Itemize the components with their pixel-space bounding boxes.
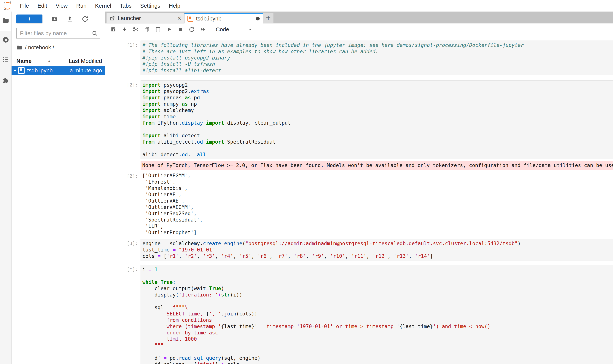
input-prompt: [2]: [105, 80, 140, 159]
code-line [142, 273, 613, 279]
menu-edit[interactable]: Edit [33, 3, 51, 9]
refresh-icon[interactable] [82, 16, 88, 22]
cell-type-dropdown[interactable]: Code [216, 26, 229, 33]
code-line: import time [142, 114, 613, 120]
code-line: cols = ['r1', 'r2', 'r3', 'r4', 'r5', 'r… [142, 253, 613, 259]
code-line: display('Iteration: '+str(i)) [142, 292, 613, 298]
open-file-dot-icon [14, 70, 16, 71]
code-line: #!pip install -U tsfresh [142, 61, 613, 67]
search-icon [92, 30, 98, 36]
filter-files-input[interactable] [16, 30, 92, 37]
column-header-modified[interactable]: Last Modified [65, 56, 105, 66]
jupyter-logo-icon [3, 1, 12, 10]
code-line: #!pip install psycopg2-binary [142, 55, 613, 61]
code-line [142, 349, 613, 355]
jupyterlab-app: File Edit View Run Kernel Tabs Settings … [0, 0, 613, 364]
notebook-tab-icon [188, 16, 193, 22]
file-list-header: Name ▲ Last Modified [12, 56, 105, 66]
notebook-toolbar: Code [105, 24, 613, 35]
launcher-icon [109, 15, 115, 21]
run-cell-icon[interactable] [166, 26, 172, 32]
cell-editor[interactable]: import psycopg2import psycopg2.extrasimp… [140, 80, 613, 159]
code-cell: [3]:engine = sqlalchemy.create_engine("p… [105, 239, 613, 261]
code-line: while True: [142, 279, 613, 285]
code-line: SELECT time, {', '.join(cols)} [142, 311, 613, 317]
code-line: from IPython.display import display, cle… [142, 120, 613, 126]
restart-and-run-all-icon[interactable] [200, 26, 206, 32]
input-prompt: [*]: [105, 265, 140, 364]
chevron-down-icon[interactable] [247, 26, 253, 32]
cell-editor[interactable]: # The following libraries have already b… [140, 40, 613, 75]
code-line: import sqlalchemy [142, 107, 613, 114]
code-line: df = pd.read_sql_query(sql, engine) [142, 355, 613, 361]
modified-column-label: Last Modified [69, 58, 102, 64]
file-browser-icon[interactable] [2, 17, 9, 24]
add-cell-icon[interactable] [122, 26, 127, 32]
new-tab-button[interactable]: + [263, 13, 273, 23]
code-line: sql = f"""\ [142, 304, 613, 311]
input-prompt: [1]: [105, 40, 140, 75]
code-line: # The following libraries have already b… [142, 42, 613, 48]
code-line: import alibi_detect [142, 132, 613, 139]
file-modified: a minute ago [70, 67, 102, 74]
column-header-name[interactable]: Name ▲ [12, 56, 65, 66]
code-line: order by time asc [142, 330, 613, 336]
code-line: limit 1000 [142, 336, 613, 342]
breadcrumb-path: / notebook / [25, 44, 54, 51]
menu-settings[interactable]: Settings [136, 3, 164, 9]
tab-launcher-label: Launcher [118, 15, 141, 21]
new-launcher-button[interactable]: + [16, 14, 42, 23]
cell-editor[interactable]: i = 1 while True: clear_output(wait=True… [140, 265, 613, 364]
cut-cells-icon[interactable] [133, 26, 139, 32]
copy-cells-icon[interactable] [144, 26, 150, 32]
sort-ascending-icon: ▲ [48, 59, 51, 63]
menu-file[interactable]: File [16, 3, 33, 9]
code-line: alibi_detect.od.__all__ [142, 151, 613, 158]
code-line: import numpy as np [142, 101, 613, 107]
code-line: import pandas as pd [142, 94, 613, 101]
tab-launcher[interactable]: Launcher × [106, 13, 184, 23]
notebook-file-icon [18, 67, 25, 74]
menu-run[interactable]: Run [72, 3, 91, 9]
breadcrumb[interactable]: / notebook / [16, 44, 105, 51]
stderr-output: None of PyTorch, TensorFlow >= 2.0, or F… [140, 161, 613, 170]
code-line: # These are just left in as examples to … [142, 48, 613, 55]
code-line: i = 1 [142, 266, 613, 273]
upload-icon[interactable] [67, 16, 73, 22]
code-line: clear_output(wait=True) [142, 285, 613, 292]
paste-cells-icon[interactable] [155, 26, 161, 32]
extension-manager-icon[interactable] [2, 77, 9, 84]
save-icon[interactable] [110, 26, 116, 32]
close-tab-icon[interactable]: × [177, 14, 181, 22]
filter-box [16, 28, 100, 39]
file-row-tsdb[interactable]: tsdb.ipynb a minute ago [12, 66, 105, 75]
home-folder-icon [16, 44, 22, 51]
interrupt-kernel-icon[interactable] [177, 26, 183, 32]
code-line: where (timestamp '{last_time}' = timesta… [142, 323, 613, 330]
code-line: """ [142, 342, 613, 349]
code-line: df.columns = ['time'] + cols [142, 361, 613, 364]
sidebar-icon-strip [0, 12, 12, 364]
table-of-contents-icon[interactable] [2, 56, 9, 63]
menu-tabs[interactable]: Tabs [115, 3, 136, 9]
menu-view[interactable]: View [51, 3, 72, 9]
menu-help[interactable]: Help [164, 3, 185, 9]
file-browser-toolbar: + [12, 12, 105, 25]
input-prompt: [3]: [105, 239, 140, 261]
code-cell: [*]:i = 1 while True: clear_output(wait=… [105, 265, 613, 364]
menu-kernel[interactable]: Kernel [91, 3, 116, 9]
unsaved-changes-dot-icon[interactable] [256, 17, 260, 20]
running-kernels-icon[interactable] [2, 37, 9, 43]
code-line [142, 145, 613, 151]
output-prompt: [2]: [105, 171, 140, 237]
new-folder-icon[interactable] [51, 16, 58, 22]
name-column-label: Name [16, 58, 32, 64]
code-line: import psycopg2 [142, 82, 613, 88]
output-area: [2]:['OutlierAEGMM', 'IForest', 'Mahalan… [105, 171, 613, 237]
cell-editor[interactable]: engine = sqlalchemy.create_engine("postg… [140, 239, 613, 261]
output-text: ['OutlierAEGMM', 'IForest', 'Mahalanobis… [140, 171, 613, 237]
restart-kernel-icon[interactable] [189, 26, 194, 32]
menu-bar: File Edit View Run Kernel Tabs Settings … [0, 0, 613, 12]
workspace: Launcher × tsdb.ipynb + [105, 12, 613, 364]
tab-tsdb-notebook[interactable]: tsdb.ipynb [184, 13, 263, 24]
